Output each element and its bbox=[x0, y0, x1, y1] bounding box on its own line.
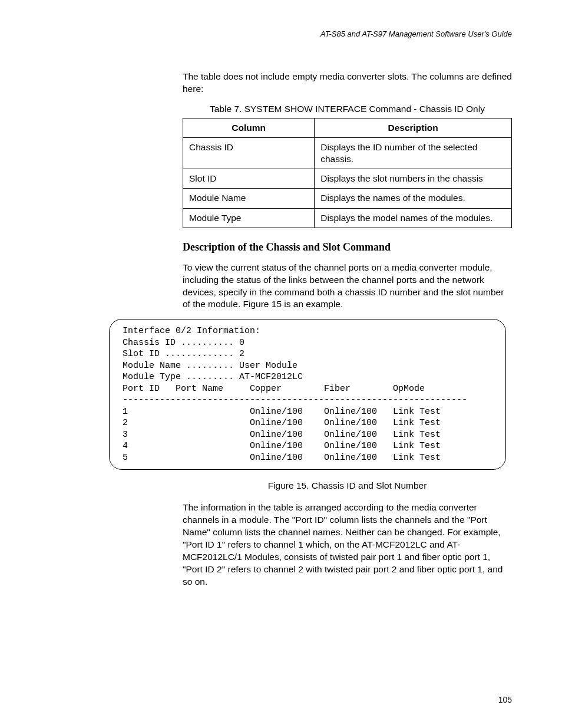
figure-caption: Figure 15. Chassis ID and Slot Number bbox=[183, 480, 512, 491]
running-header: AT-S85 and AT-S97 Management Software Us… bbox=[50, 29, 512, 38]
table-cell-description: Displays the ID number of the selected c… bbox=[315, 137, 512, 169]
intro-paragraph: The table does not include empty media c… bbox=[183, 71, 512, 95]
terminal-line: Chassis ID .......... 0 bbox=[123, 338, 244, 348]
table-cell-column: Module Name bbox=[183, 189, 315, 208]
terminal-line: Port ID Port Name Copper Fiber OpMode bbox=[123, 384, 425, 394]
terminal-output: Interface 0/2 Information: Chassis ID ..… bbox=[109, 319, 506, 470]
terminal-line: 2 Online/100 Online/100 Link Test bbox=[123, 418, 441, 428]
table-row: Module Type Displays the model names of … bbox=[183, 208, 512, 228]
table-cell-column: Slot ID bbox=[183, 169, 315, 189]
section-subheading: Description of the Chassis and Slot Comm… bbox=[183, 241, 512, 253]
table-cell-column: Chassis ID bbox=[183, 137, 315, 169]
terminal-line: 5 Online/100 Online/100 Link Test bbox=[123, 453, 441, 463]
terminal-line: Module Name ......... User Module bbox=[123, 361, 297, 371]
closing-paragraph: The information in the table is arranged… bbox=[183, 502, 512, 588]
terminal-line: ----------------------------------------… bbox=[123, 395, 467, 405]
terminal-line: Slot ID ............. 2 bbox=[123, 349, 244, 359]
table-row: Slot ID Displays the slot numbers in the… bbox=[183, 169, 512, 189]
terminal-line: 1 Online/100 Online/100 Link Test bbox=[123, 407, 441, 417]
table-header-description: Description bbox=[315, 118, 512, 137]
page-number: 105 bbox=[498, 695, 512, 704]
terminal-line: Module Type ......... AT-MCF2012LC bbox=[123, 372, 303, 382]
table-row: Chassis ID Displays the ID number of the… bbox=[183, 137, 512, 169]
table-cell-description: Displays the names of the modules. bbox=[315, 189, 512, 208]
table-caption: Table 7. SYSTEM SHOW INTERFACE Command -… bbox=[183, 104, 512, 114]
table-cell-description: Displays the slot numbers in the chassis bbox=[315, 169, 512, 189]
terminal-line: 4 Online/100 Online/100 Link Test bbox=[123, 441, 441, 451]
table-cell-column: Module Type bbox=[183, 208, 315, 228]
definition-table: Column Description Chassis ID Displays t… bbox=[183, 118, 512, 228]
table-cell-description: Displays the model names of the modules. bbox=[315, 208, 512, 228]
terminal-line: Interface 0/2 Information: bbox=[123, 326, 260, 336]
table-row: Module Name Displays the names of the mo… bbox=[183, 189, 512, 208]
sub-paragraph: To view the current status of the channe… bbox=[183, 262, 512, 311]
terminal-line: 3 Online/100 Online/100 Link Test bbox=[123, 430, 441, 440]
table-header-column: Column bbox=[183, 118, 315, 137]
